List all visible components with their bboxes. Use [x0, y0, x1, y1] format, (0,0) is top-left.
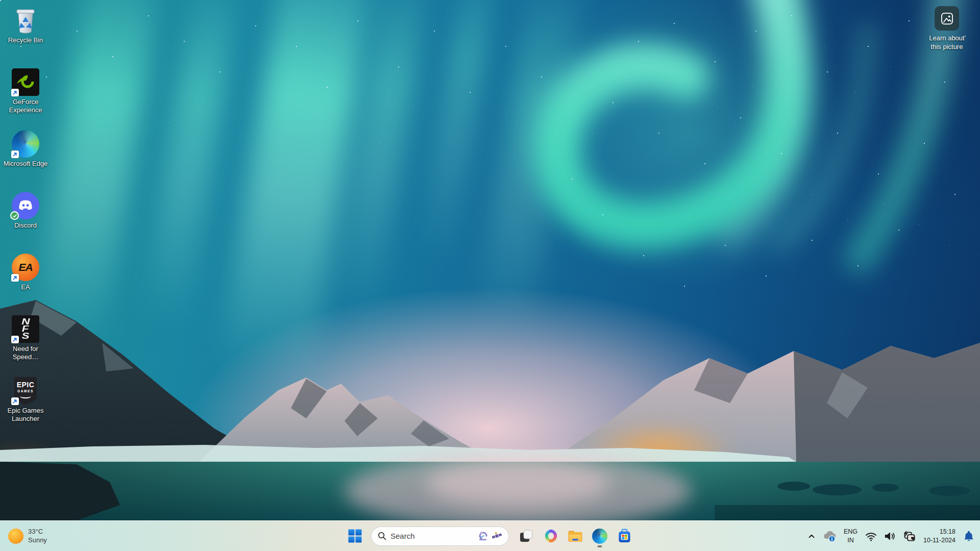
wifi-icon[interactable] [862, 525, 880, 547]
aurora-wallpaper [0, 0, 980, 551]
time: 15:18 [940, 528, 955, 536]
system-tray: ENG IN [804, 521, 978, 551]
desktop-icon-epic-games[interactable]: EPIC GAMES Epic Games Launcher [1, 377, 50, 423]
stars [0, 0, 1, 1]
copilot-icon [544, 529, 558, 543]
taskbar-app-copilot[interactable] [538, 524, 563, 548]
satellite-icon [492, 531, 502, 541]
language-indicator[interactable]: ENG IN [840, 528, 862, 544]
desktop-icon-label: Discord [14, 221, 37, 230]
date: 10-11-2024 [923, 536, 955, 544]
windows-desktop: Recycle Bin GeForce Experience [0, 0, 980, 551]
desktop-icon-label: Need for Speed… [2, 345, 49, 361]
search-highlights[interactable] [478, 531, 502, 541]
learn-about-picture-widget[interactable]: Learn about this picture [906, 6, 980, 51]
mountains-and-lake [0, 286, 980, 520]
taskbar-clock[interactable]: 15:18 10-11-2024 [919, 528, 960, 544]
search-input[interactable] [390, 532, 474, 540]
edge-icon [592, 529, 607, 544]
desktop-icon-label: Microsoft Edge [4, 160, 48, 168]
learn-about-picture-label: Learn about this picture [929, 34, 964, 51]
picture-info-icon [940, 12, 954, 26]
shortcut-arrow-icon [11, 89, 19, 96]
hidden-icons-chevron[interactable] [804, 525, 819, 547]
windows-start-icon [348, 529, 362, 543]
taskbar-app-store[interactable] [612, 524, 636, 548]
desktop-icon-ea[interactable]: EA EA [1, 253, 50, 291]
microscope-icon [478, 531, 488, 541]
weather-temperature: 33°C [28, 528, 47, 536]
search-icon [378, 532, 386, 540]
desktop-icon-discord[interactable]: Discord [1, 191, 50, 230]
task-view-icon [519, 529, 533, 543]
store-icon [617, 529, 632, 543]
taskbar-center-group [344, 521, 636, 551]
recycle-bin-icon [13, 7, 38, 34]
desktop-icon-label: Recycle Bin [8, 36, 43, 44]
taskbar: 33°C Sunny [0, 520, 980, 551]
desktop-icon-microsoft-edge[interactable]: Microsoft Edge [1, 130, 50, 168]
shortcut-arrow-icon [11, 397, 19, 405]
taskbar-search-box[interactable] [371, 527, 509, 546]
notification-bell-icon[interactable] [960, 525, 978, 547]
sync-ok-badge-icon [10, 211, 19, 220]
volume-icon[interactable] [880, 525, 899, 547]
weather-widget[interactable]: 33°C Sunny [3, 521, 52, 551]
desktop-icon-need-for-speed[interactable]: N F S Need for Speed… [1, 315, 50, 361]
desktop-icon-recycle-bin[interactable]: Recycle Bin [1, 6, 50, 44]
sync-heart-icon[interactable] [899, 525, 919, 547]
shortcut-arrow-icon [11, 151, 19, 158]
shortcut-arrow-icon [11, 336, 19, 343]
file-explorer-icon [568, 530, 583, 543]
shortcut-arrow-icon [11, 274, 19, 282]
sunny-icon [8, 529, 23, 544]
desktop-icon-label: GeForce Experience [2, 98, 49, 114]
taskbar-app-task-view[interactable] [514, 524, 538, 548]
desktop-icon-geforce-experience[interactable]: GeForce Experience [1, 68, 50, 114]
start-button[interactable] [344, 524, 366, 548]
weather-condition: Sunny [28, 536, 47, 545]
desktop-icon-label: Epic Games Launcher [2, 407, 49, 423]
taskbar-app-edge[interactable] [587, 524, 612, 548]
running-indicator [598, 545, 602, 547]
desktop-icon-label: EA [21, 283, 30, 291]
cloud-info-icon[interactable] [819, 525, 840, 547]
taskbar-app-file-explorer[interactable] [563, 524, 587, 548]
